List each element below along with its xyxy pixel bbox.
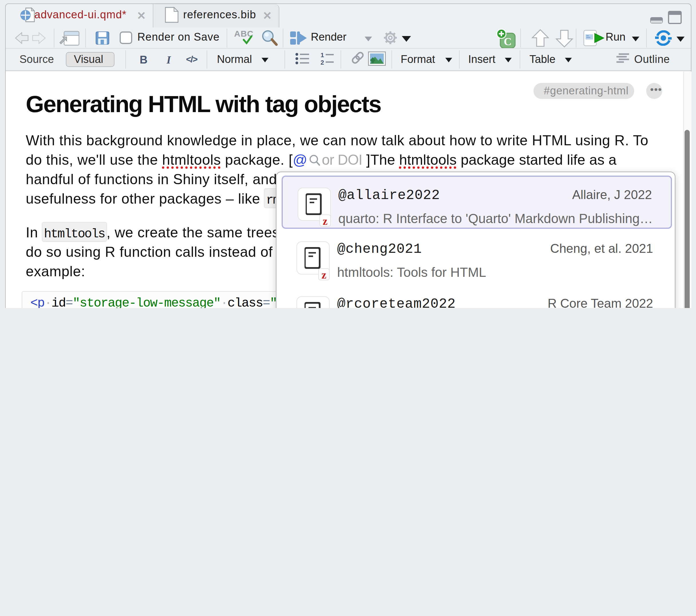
svg-text:2: 2 — [320, 59, 324, 65]
svg-text:1: 1 — [320, 52, 324, 59]
